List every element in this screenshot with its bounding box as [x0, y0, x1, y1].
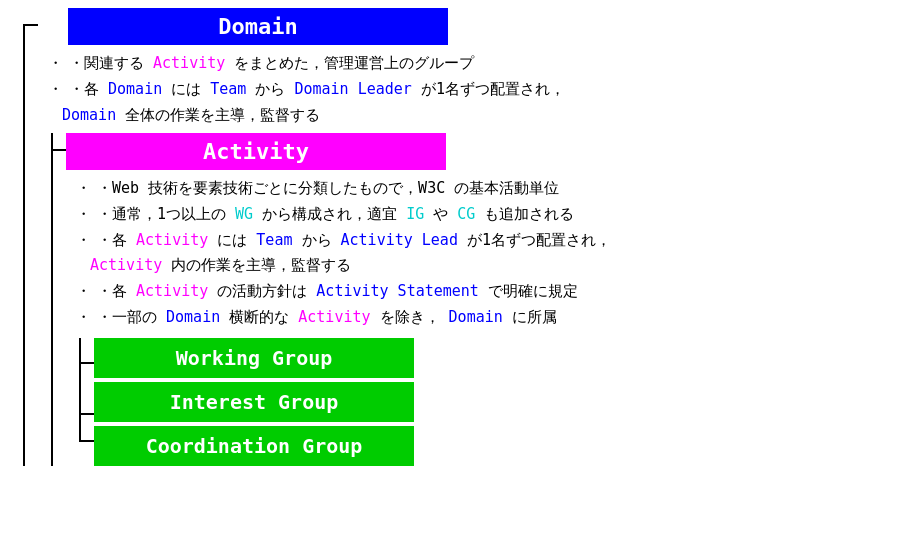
domain-desc1: ・関連する Activity をまとめた，管理運営上のグループ	[69, 51, 474, 75]
interest-group-box: Interest Group	[94, 382, 414, 422]
domain-desc3: Domain 全体の作業を主導，監督する	[62, 103, 320, 127]
activity-label: Activity	[203, 139, 309, 164]
domain-label: Domain	[218, 14, 297, 39]
coordination-group-box: Coordination Group	[94, 426, 414, 466]
activity-desc3: ・各 Activity には Team から Activity Lead が1名…	[97, 228, 611, 253]
domain-box: Domain	[68, 8, 448, 45]
activity-desc2: ・通常，1つ以上の WG から構成され，適宜 IG や CG も追加される	[97, 202, 574, 227]
activity-desc4: Activity 内の作業を主導，監督する	[90, 253, 351, 278]
bullet-1: ・	[48, 51, 63, 75]
domain-description: ・ ・関連する Activity をまとめた，管理運営上のグループ ・ ・各 D…	[48, 51, 906, 127]
working-group-label: Working Group	[176, 346, 333, 370]
groups-list: Working Group Interest Group Coordinatio…	[94, 338, 414, 466]
domain-desc2: ・各 Domain には Team から Domain Leader が1名ずつ…	[69, 77, 565, 101]
interest-group-label: Interest Group	[170, 390, 339, 414]
working-group-box: Working Group	[94, 338, 414, 378]
coordination-group-label: Coordination Group	[146, 434, 363, 458]
activity-desc5: ・各 Activity の活動方針は Activity Statement で明…	[97, 279, 578, 304]
activity-description: ・ ・Web 技術を要素技術ごとに分類したもので，W3C の基本活動単位 ・ ・…	[76, 176, 906, 330]
activity-desc1: ・Web 技術を要素技術ごとに分類したもので，W3C の基本活動単位	[97, 176, 559, 201]
bullet-2: ・	[48, 77, 63, 101]
activity-box: Activity	[66, 133, 446, 170]
activity-desc6: ・一部の Domain 横断的な Activity を除き， Domain に所…	[97, 305, 557, 330]
main-container: Domain ・ ・関連する Activity をまとめた，管理運営上のグループ…	[0, 0, 916, 474]
